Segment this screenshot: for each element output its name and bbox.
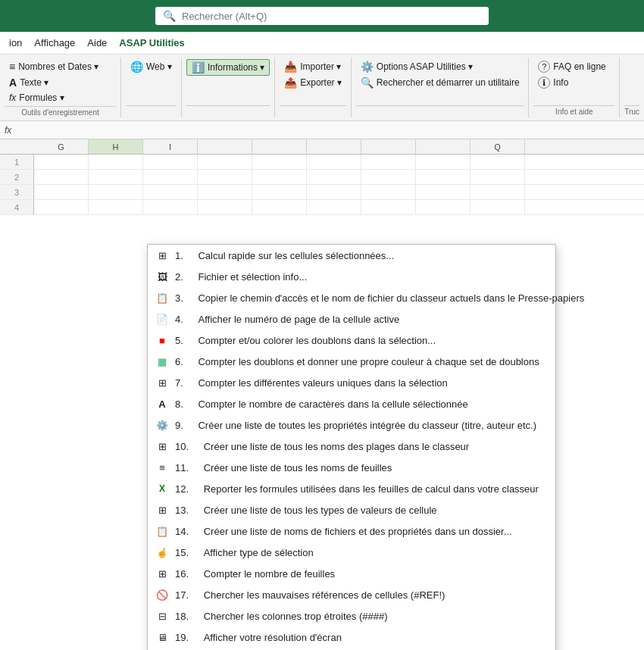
- dropdown-item-1[interactable]: ⊞ 1. Calcul rapide sur les cellules séle…: [148, 245, 555, 266]
- col-header-blank5: [416, 139, 470, 154]
- dropdown-item-7[interactable]: ⊞ 7. Compter les différentes valeurs uni…: [148, 372, 555, 393]
- dropdown-item-2[interactable]: 🖼 2. Fichier et sélection info...: [148, 266, 555, 287]
- dropdown-item-11[interactable]: ≡ 11. Créer une liste de tous les noms d…: [148, 457, 555, 478]
- dropdown-item-8[interactable]: A 8. Compter le nombre de caractères dan…: [148, 393, 555, 414]
- info-icon: ℹ: [538, 77, 550, 89]
- ribbon: ≡ Nombres et Dates ▾ A Texte ▾ fx Formul…: [0, 55, 644, 121]
- item-12-text: Reporter les formules utilisées dans les…: [204, 483, 539, 495]
- ribbon-btn-formules[interactable]: fx Formules ▾: [5, 91, 103, 105]
- formules-label: Formules ▾: [19, 92, 64, 103]
- item-11-icon: ≡: [155, 461, 169, 474]
- faq-label: FAQ en ligne: [553, 61, 605, 72]
- cell-h1[interactable]: [89, 155, 143, 169]
- item-5-text: Compter et/ou colorer les doublons dans …: [198, 335, 436, 346]
- rechercher-icon: 🔍: [361, 77, 374, 89]
- item-6-text: Compter les doublons et donner une propr…: [198, 356, 539, 367]
- col-header-i: I: [143, 139, 198, 154]
- cell-m1[interactable]: [361, 155, 416, 169]
- import-export-group-label: [280, 105, 346, 116]
- item-18-icon: ⊟: [155, 609, 169, 623]
- dropdown-item-6[interactable]: ▦ 6. Compter les doublons et donner une …: [148, 351, 555, 372]
- dropdown-item-10[interactable]: ⊞ 10. Créer une liste de tous les noms d…: [148, 436, 555, 457]
- dropdown-item-18[interactable]: ⊟ 18. Chercher les colonnes trop étroite…: [148, 605, 555, 627]
- item-1-text: Calcul rapide sur les cellules sélection…: [198, 250, 394, 261]
- item-9-text: Créer une liste de toutes les propriétés…: [198, 420, 536, 431]
- grid-row-1: 1: [0, 155, 644, 170]
- importer-icon: 📥: [284, 61, 297, 73]
- ribbon-btn-texte[interactable]: A Texte ▾: [5, 75, 103, 90]
- ribbon-btn-web[interactable]: 🌐 Web ▾: [126, 59, 177, 74]
- menu-item-aide[interactable]: Aide: [81, 34, 113, 52]
- dropdown-item-17[interactable]: 🚫 17. Chercher les mauvaises références …: [148, 584, 555, 605]
- item-1-label: 1.: [175, 250, 183, 261]
- cell-i1[interactable]: [143, 155, 198, 169]
- ribbon-btn-info[interactable]: ℹ Info: [533, 75, 610, 90]
- cell-j1[interactable]: [198, 155, 252, 169]
- ribbon-btn-informations[interactable]: ℹ️ Informations ▾: [186, 59, 270, 76]
- grid-row-3: 3: [0, 185, 644, 200]
- ribbon-group-import-export: 📥 Importer ▾ 📤 Exporter ▾: [275, 58, 352, 117]
- dropdown-item-12[interactable]: X 12. Reporter les formules utilisées da…: [148, 478, 555, 499]
- informations-label: Informations ▾: [208, 62, 264, 73]
- search-input[interactable]: [182, 11, 481, 22]
- item-2-text: Fichier et sélection info...: [198, 271, 307, 283]
- informations-group-label: [186, 105, 270, 116]
- cell-g1[interactable]: [34, 155, 89, 169]
- grid-rows: 1 2 3 4: [0, 155, 644, 215]
- menu-item-ion[interactable]: ion: [3, 34, 28, 52]
- item-8-text: Compter le nombre de caractères dans la …: [198, 398, 467, 410]
- item-1-icon: ⊞: [155, 248, 169, 262]
- item-10-icon: ⊞: [155, 439, 169, 453]
- ribbon-btn-faq[interactable]: ? FAQ en ligne: [533, 59, 610, 74]
- faq-group-label: Info et aide: [533, 105, 614, 116]
- row-num-4: 4: [0, 200, 34, 214]
- search-input-wrapper[interactable]: 🔍: [155, 7, 489, 25]
- item-18-label: 18.: [175, 611, 189, 622]
- row-num-3: 3: [0, 185, 34, 199]
- dropdown-item-14[interactable]: 📋 14. Créer une liste de noms de fichier…: [148, 520, 555, 542]
- cell-n1[interactable]: [416, 155, 470, 169]
- item-12-icon: X: [155, 482, 169, 495]
- item-6-icon: ▦: [155, 355, 169, 368]
- dropdown-item-13[interactable]: ⊞ 13. Créer une liste de tous les types …: [148, 499, 555, 520]
- menu-item-affichage[interactable]: Affichage: [28, 34, 81, 52]
- enregistrement-group-label: Outils d'enregistrement: [5, 106, 116, 117]
- grid-row-2: 2: [0, 170, 644, 185]
- cell-k1[interactable]: [252, 155, 307, 169]
- item-18-text: Chercher les colonnes trop étroites (###…: [204, 611, 388, 622]
- formula-bar-fx: fx: [5, 125, 11, 136]
- item-17-text: Chercher les mauvaises références de cel…: [204, 589, 445, 601]
- ribbon-btn-options[interactable]: ⚙️ Options ASAP Utilities ▾: [356, 59, 524, 74]
- dropdown-item-3[interactable]: 📋 3. Copier le chemin d'accès et le nom …: [148, 287, 555, 308]
- col-header-h: H: [89, 139, 143, 154]
- options-label: Options ASAP Utilities ▾: [377, 61, 473, 72]
- options-icon: ⚙️: [361, 61, 374, 73]
- exporter-icon: 📤: [284, 77, 297, 89]
- dropdown-item-9[interactable]: ⚙️ 9. Créer une liste de toutes les prop…: [148, 414, 555, 436]
- menu-item-asap[interactable]: ASAP Utilities: [113, 34, 190, 52]
- item-19-label: 19.: [175, 632, 189, 643]
- ribbon-btn-importer[interactable]: 📥 Importer ▾: [280, 59, 346, 74]
- ribbon-btn-rechercher[interactable]: 🔍 Rechercher et démarrer un utilitaire: [356, 75, 524, 90]
- item-6-label: 6.: [175, 356, 183, 367]
- ribbon-btn-exporter[interactable]: 📤 Exporter ▾: [280, 75, 346, 90]
- dropdown-item-5[interactable]: ■ 5. Compter et/ou colorer les doublons …: [148, 330, 555, 351]
- item-2-label: 2.: [175, 271, 183, 283]
- cell-q1[interactable]: [470, 155, 525, 169]
- item-19-icon: 🖥: [155, 630, 169, 644]
- cell-l1[interactable]: [307, 155, 361, 169]
- texte-label: Texte ▾: [20, 77, 48, 88]
- item-15-text: Afficher type de sélection: [204, 547, 314, 558]
- dropdown-item-19[interactable]: 🖥 19. Afficher votre résolution d'écran: [148, 627, 555, 648]
- dropdown-item-15[interactable]: ☝ 15. Afficher type de sélection: [148, 542, 555, 563]
- item-9-icon: ⚙️: [155, 418, 169, 432]
- ribbon-group-options: ⚙️ Options ASAP Utilities ▾ 🔍 Rechercher…: [352, 58, 530, 117]
- item-5-icon: ■: [155, 333, 169, 347]
- ribbon-btn-nombres-dates[interactable]: ≡ Nombres et Dates ▾: [5, 59, 103, 74]
- item-10-label: 10.: [175, 441, 189, 452]
- item-13-label: 13.: [175, 505, 189, 516]
- item-8-icon: A: [155, 397, 169, 411]
- dropdown-item-4[interactable]: 📄 4. Afficher le numéro de page de la ce…: [148, 308, 555, 330]
- col-header-blank2: [252, 139, 307, 154]
- dropdown-item-16[interactable]: ⊞ 16. Compter le nombre de feuilles: [148, 563, 555, 584]
